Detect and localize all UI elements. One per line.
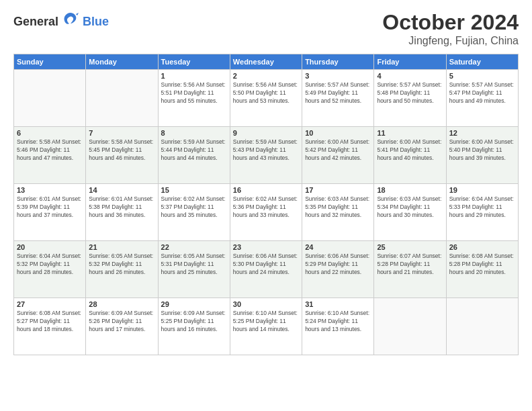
day-info: Sunrise: 6:09 AM Sunset: 5:26 PM Dayligh… bbox=[89, 310, 154, 334]
weekday-header-monday: Monday bbox=[86, 54, 158, 70]
calendar-cell bbox=[374, 298, 446, 355]
day-info: Sunrise: 6:04 AM Sunset: 5:33 PM Dayligh… bbox=[449, 195, 515, 220]
calendar-cell bbox=[86, 70, 158, 127]
calendar-cell: 6Sunrise: 5:58 AM Sunset: 5:46 PM Daylig… bbox=[14, 127, 86, 184]
calendar-cell: 21Sunrise: 6:05 AM Sunset: 5:32 PM Dayli… bbox=[86, 241, 158, 298]
weekday-header-wednesday: Wednesday bbox=[230, 54, 302, 70]
day-number: 22 bbox=[161, 243, 227, 251]
day-info: Sunrise: 6:01 AM Sunset: 5:39 PM Dayligh… bbox=[17, 195, 83, 220]
day-number: 8 bbox=[161, 129, 227, 137]
day-info: Sunrise: 5:57 AM Sunset: 5:49 PM Dayligh… bbox=[305, 81, 371, 105]
calendar-cell: 28Sunrise: 6:09 AM Sunset: 5:26 PM Dayli… bbox=[86, 298, 158, 355]
day-number: 4 bbox=[377, 72, 443, 80]
weekday-header-sunday: Sunday bbox=[14, 54, 86, 70]
day-info: Sunrise: 6:10 AM Sunset: 5:24 PM Dayligh… bbox=[305, 310, 371, 334]
page-header: General Blue October 2024 Jingfeng, Fuji… bbox=[13, 10, 519, 47]
calendar-cell: 20Sunrise: 6:04 AM Sunset: 5:32 PM Dayli… bbox=[14, 241, 86, 298]
day-number: 12 bbox=[449, 129, 515, 137]
calendar-cell: 1Sunrise: 5:56 AM Sunset: 5:51 PM Daylig… bbox=[158, 70, 230, 127]
calendar-cell: 11Sunrise: 6:00 AM Sunset: 5:41 PM Dayli… bbox=[374, 127, 446, 184]
calendar-week-4: 20Sunrise: 6:04 AM Sunset: 5:32 PM Dayli… bbox=[14, 241, 519, 298]
calendar-cell: 23Sunrise: 6:06 AM Sunset: 5:30 PM Dayli… bbox=[230, 241, 302, 298]
day-number: 21 bbox=[89, 243, 154, 251]
calendar-cell: 18Sunrise: 6:03 AM Sunset: 5:34 PM Dayli… bbox=[374, 184, 446, 241]
logo-general: General bbox=[13, 15, 58, 29]
calendar-cell: 16Sunrise: 6:02 AM Sunset: 5:36 PM Dayli… bbox=[230, 184, 302, 241]
day-info: Sunrise: 6:04 AM Sunset: 5:32 PM Dayligh… bbox=[17, 253, 83, 277]
day-info: Sunrise: 6:05 AM Sunset: 5:32 PM Dayligh… bbox=[89, 253, 154, 277]
day-info: Sunrise: 6:07 AM Sunset: 5:28 PM Dayligh… bbox=[377, 253, 443, 277]
day-info: Sunrise: 6:00 AM Sunset: 5:41 PM Dayligh… bbox=[377, 138, 443, 163]
day-info: Sunrise: 5:59 AM Sunset: 5:44 PM Dayligh… bbox=[161, 138, 227, 163]
day-number: 31 bbox=[305, 300, 371, 308]
calendar-cell: 31Sunrise: 6:10 AM Sunset: 5:24 PM Dayli… bbox=[302, 298, 374, 355]
day-info: Sunrise: 6:03 AM Sunset: 5:35 PM Dayligh… bbox=[305, 195, 371, 220]
weekday-header-saturday: Saturday bbox=[446, 54, 518, 70]
day-number: 14 bbox=[89, 186, 154, 194]
calendar-cell: 26Sunrise: 6:08 AM Sunset: 5:28 PM Dayli… bbox=[446, 241, 518, 298]
calendar-cell: 24Sunrise: 6:06 AM Sunset: 5:29 PM Dayli… bbox=[302, 241, 374, 298]
day-info: Sunrise: 6:00 AM Sunset: 5:42 PM Dayligh… bbox=[305, 138, 371, 163]
calendar-cell: 4Sunrise: 5:57 AM Sunset: 5:48 PM Daylig… bbox=[374, 70, 446, 127]
day-info: Sunrise: 6:06 AM Sunset: 5:30 PM Dayligh… bbox=[233, 253, 299, 277]
page-container: General Blue October 2024 Jingfeng, Fuji… bbox=[0, 0, 532, 411]
calendar-cell: 2Sunrise: 5:56 AM Sunset: 5:50 PM Daylig… bbox=[230, 70, 302, 127]
day-number: 6 bbox=[17, 129, 83, 137]
calendar-week-3: 13Sunrise: 6:01 AM Sunset: 5:39 PM Dayli… bbox=[14, 184, 519, 241]
calendar-cell bbox=[14, 70, 86, 127]
day-number: 13 bbox=[17, 186, 83, 194]
location-title: Jingfeng, Fujian, China bbox=[382, 35, 519, 47]
day-number: 18 bbox=[377, 186, 443, 194]
day-info: Sunrise: 5:58 AM Sunset: 5:45 PM Dayligh… bbox=[89, 138, 154, 163]
day-info: Sunrise: 6:01 AM Sunset: 5:38 PM Dayligh… bbox=[89, 195, 154, 220]
calendar-cell: 25Sunrise: 6:07 AM Sunset: 5:28 PM Dayli… bbox=[374, 241, 446, 298]
day-info: Sunrise: 5:57 AM Sunset: 5:48 PM Dayligh… bbox=[377, 81, 443, 105]
calendar-cell: 29Sunrise: 6:09 AM Sunset: 5:25 PM Dayli… bbox=[158, 298, 230, 355]
calendar-week-2: 6Sunrise: 5:58 AM Sunset: 5:46 PM Daylig… bbox=[14, 127, 519, 184]
day-number: 15 bbox=[161, 186, 227, 194]
calendar-cell: 30Sunrise: 6:10 AM Sunset: 5:25 PM Dayli… bbox=[230, 298, 302, 355]
day-number: 23 bbox=[233, 243, 299, 251]
day-info: Sunrise: 5:56 AM Sunset: 5:51 PM Dayligh… bbox=[161, 81, 227, 105]
day-info: Sunrise: 6:03 AM Sunset: 5:34 PM Dayligh… bbox=[377, 195, 443, 220]
weekday-header-thursday: Thursday bbox=[302, 54, 374, 70]
calendar-cell: 8Sunrise: 5:59 AM Sunset: 5:44 PM Daylig… bbox=[158, 127, 230, 184]
calendar-week-5: 27Sunrise: 6:08 AM Sunset: 5:27 PM Dayli… bbox=[14, 298, 519, 355]
day-number: 5 bbox=[449, 72, 515, 80]
day-number: 3 bbox=[305, 72, 371, 80]
day-info: Sunrise: 6:00 AM Sunset: 5:40 PM Dayligh… bbox=[449, 138, 515, 163]
day-number: 17 bbox=[305, 186, 371, 194]
day-info: Sunrise: 6:06 AM Sunset: 5:29 PM Dayligh… bbox=[305, 253, 371, 277]
day-number: 24 bbox=[305, 243, 371, 251]
day-number: 28 bbox=[89, 300, 154, 308]
calendar-cell: 9Sunrise: 5:59 AM Sunset: 5:43 PM Daylig… bbox=[230, 127, 302, 184]
day-info: Sunrise: 6:08 AM Sunset: 5:27 PM Dayligh… bbox=[17, 310, 83, 334]
day-number: 16 bbox=[233, 186, 299, 194]
calendar-header-row: SundayMondayTuesdayWednesdayThursdayFrid… bbox=[14, 54, 519, 70]
day-info: Sunrise: 6:08 AM Sunset: 5:28 PM Dayligh… bbox=[449, 253, 515, 277]
calendar-table: SundayMondayTuesdayWednesdayThursdayFrid… bbox=[13, 54, 519, 355]
day-number: 1 bbox=[161, 72, 227, 80]
day-info: Sunrise: 5:59 AM Sunset: 5:43 PM Dayligh… bbox=[233, 138, 299, 163]
calendar-cell: 5Sunrise: 5:57 AM Sunset: 5:47 PM Daylig… bbox=[446, 70, 518, 127]
day-info: Sunrise: 5:57 AM Sunset: 5:47 PM Dayligh… bbox=[449, 81, 515, 105]
day-info: Sunrise: 6:09 AM Sunset: 5:25 PM Dayligh… bbox=[161, 310, 227, 334]
calendar-cell: 19Sunrise: 6:04 AM Sunset: 5:33 PM Dayli… bbox=[446, 184, 518, 241]
logo-bird-icon bbox=[61, 10, 80, 33]
day-info: Sunrise: 5:58 AM Sunset: 5:46 PM Dayligh… bbox=[17, 138, 83, 163]
calendar-cell: 14Sunrise: 6:01 AM Sunset: 5:38 PM Dayli… bbox=[86, 184, 158, 241]
month-title: October 2024 bbox=[382, 10, 519, 35]
day-info: Sunrise: 6:02 AM Sunset: 5:37 PM Dayligh… bbox=[161, 195, 227, 220]
day-number: 2 bbox=[233, 72, 299, 80]
day-number: 10 bbox=[305, 129, 371, 137]
day-number: 7 bbox=[89, 129, 154, 137]
day-number: 11 bbox=[377, 129, 443, 137]
calendar-cell: 22Sunrise: 6:05 AM Sunset: 5:31 PM Dayli… bbox=[158, 241, 230, 298]
calendar-cell: 15Sunrise: 6:02 AM Sunset: 5:37 PM Dayli… bbox=[158, 184, 230, 241]
day-number: 19 bbox=[449, 186, 515, 194]
day-number: 26 bbox=[449, 243, 515, 251]
calendar-cell: 13Sunrise: 6:01 AM Sunset: 5:39 PM Dayli… bbox=[14, 184, 86, 241]
logo-blue: Blue bbox=[83, 15, 109, 29]
calendar-body: 1Sunrise: 5:56 AM Sunset: 5:51 PM Daylig… bbox=[14, 70, 519, 355]
calendar-cell: 3Sunrise: 5:57 AM Sunset: 5:49 PM Daylig… bbox=[302, 70, 374, 127]
